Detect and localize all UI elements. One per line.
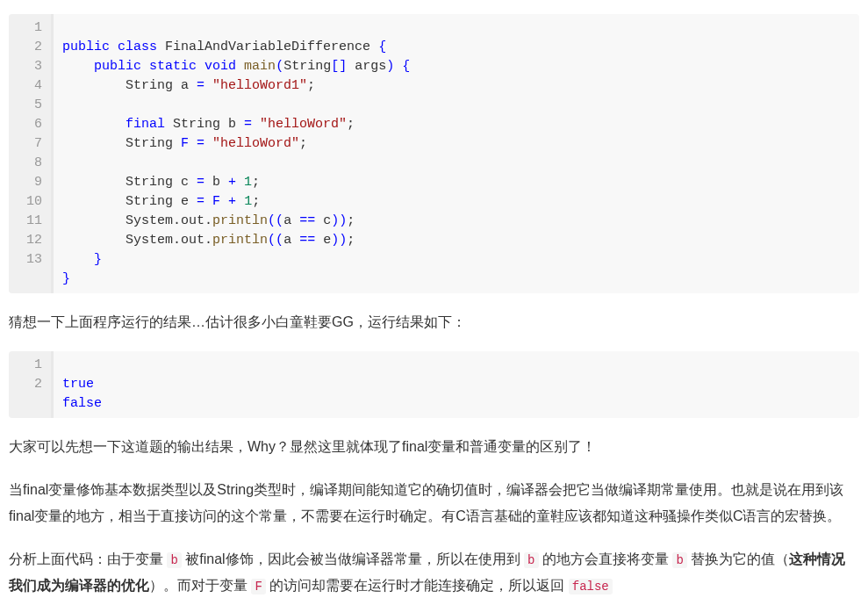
lineno: 9 [16,173,42,192]
code-line: final String b = "helloWord"; [62,115,850,134]
inline-code-f: F [251,579,265,594]
text: 的地方会直接将变量 [539,551,673,566]
code-line: } [62,270,850,289]
inline-code-b: b [672,552,686,568]
inline-code-b: b [524,552,538,568]
text: 替换为它的值（ [687,551,789,566]
code-line: String F = "helloWord"; [62,134,850,154]
paragraph-guess: 猜想一下上面程序运行的结果…估计很多小白童鞋要GG，运行结果如下： [9,309,859,335]
code-line: false [62,394,850,414]
text: 被final修饰，因此会被当做编译器常量，所以在使用到 [182,551,524,566]
code-line: String a = "helloWord1"; [62,76,850,96]
lineno: 12 [16,231,42,250]
code-line [62,96,850,115]
code-line: true [62,375,850,394]
paragraph-analysis: 分析上面代码：由于变量 b 被final修饰，因此会被当做编译器常量，所以在使用… [9,546,859,598]
paragraph-explain: 当final变量修饰基本数据类型以及String类型时，编译期间能知道它的确切值… [9,477,859,530]
code-content: truefalse [51,351,859,418]
lineno: 1 [16,356,42,375]
lineno: 8 [16,154,42,173]
code-line: System.out.println((a == e)); [62,231,850,250]
code-line: System.out.println((a == c)); [62,212,850,231]
code-content: public class FinalAndVariableDifference … [51,14,859,293]
lineno: 7 [16,134,42,154]
paragraph-why: 大家可以先想一下这道题的输出结果，Why？显然这里就体现了final变量和普通变… [9,434,859,460]
lineno: 2 [16,375,42,394]
line-numbers: 1 2 [9,351,51,418]
code-block-main: 1 2 3 4 5 6 7 8 9 10 11 12 13 public cla… [9,14,859,293]
code-line: String c = b + 1; [62,173,850,192]
text: 分析上面代码：由于变量 [9,551,167,566]
line-numbers: 1 2 3 4 5 6 7 8 9 10 11 12 13 [9,14,51,293]
lineno: 6 [16,115,42,134]
lineno: 4 [16,76,42,96]
text: ）。而对于变量 [149,578,251,593]
inline-code-b: b [167,552,181,568]
code-line: public class FinalAndVariableDifference … [62,38,850,57]
code-line: String e = F + 1; [62,192,850,212]
lineno: 3 [16,57,42,76]
lineno: 10 [16,192,42,212]
lineno: 11 [16,212,42,231]
lineno: 5 [16,96,42,115]
inline-code-false: false [569,579,613,594]
lineno: 13 [16,250,42,270]
code-line: public static void main(String[] args) { [62,57,850,76]
code-line: } [62,250,850,270]
code-block-output: 1 2 truefalse [9,351,859,418]
code-line [62,154,850,173]
lineno: 1 [16,18,42,38]
lineno: 2 [16,38,42,57]
text: 的访问却需要在运行时才能连接确定，所以返回 [266,578,569,593]
